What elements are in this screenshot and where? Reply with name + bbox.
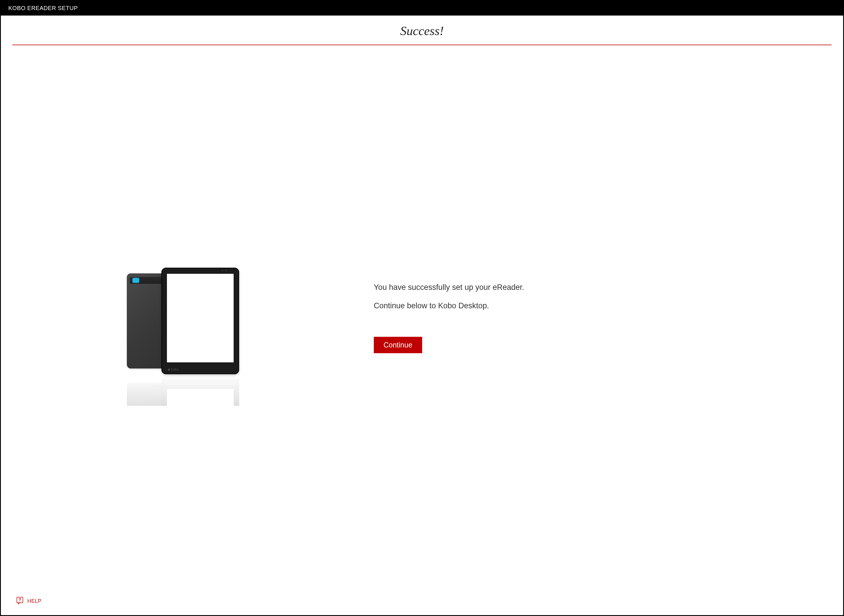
app-window: KOBO EREADER SETUP Success! ◆ kobo xyxy=(0,0,844,616)
device-brand-label: ◆ kobo xyxy=(168,368,179,371)
ereader-screen-icon xyxy=(167,273,234,363)
main-row: ◆ kobo You have successfully set up your… xyxy=(12,45,832,594)
footer: HELP xyxy=(12,594,832,612)
device-illustration: ◆ kobo xyxy=(12,265,356,380)
power-button-icon xyxy=(133,278,139,283)
window-title: KOBO EREADER SETUP xyxy=(8,5,78,11)
success-message-line2: Continue below to Kobo Desktop. xyxy=(374,301,826,311)
message-column: You have successfully set up your eReade… xyxy=(374,283,832,362)
content-area: Success! ◆ kobo xyxy=(1,16,843,615)
title-bar: KOBO EREADER SETUP xyxy=(1,1,843,16)
device-group: ◆ kobo xyxy=(127,265,242,380)
svg-point-1 xyxy=(19,601,20,601)
page-heading: Success! xyxy=(12,23,832,45)
help-icon xyxy=(16,597,24,606)
help-button[interactable]: HELP xyxy=(15,595,42,607)
success-message-line1: You have successfully set up your eReade… xyxy=(374,283,826,292)
reflection-icon xyxy=(127,374,242,406)
sensor-dots-icon xyxy=(222,270,226,271)
ereader-front-icon: ◆ kobo xyxy=(161,268,239,374)
help-label: HELP xyxy=(27,598,41,604)
continue-button[interactable]: Continue xyxy=(374,337,422,353)
